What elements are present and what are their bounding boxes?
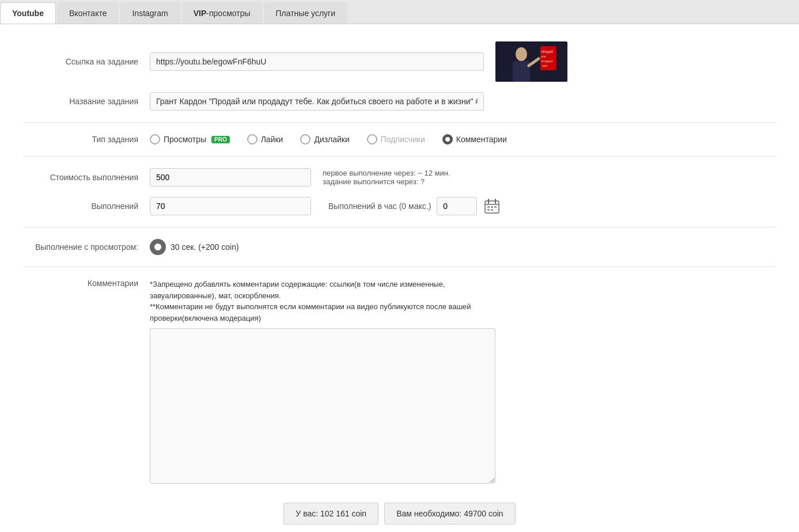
comments-section: Комментарии *Запрещено добавлять коммент… [23,279,776,485]
task-type-group: Просмотры PRO Лайки Дизлайки Подписчики [150,134,507,145]
radio-subscribers-circle [367,134,377,145]
executions-row: Выполнений Выполнений в час (0 макс.) [23,197,776,215]
balance-badge: У вас: 102 161 coin [283,503,378,525]
main-content: Ссылка на задание ПРОДАЙ ИЛИ ПРОДАДУТ ТЕ… [0,24,799,532]
thumbnail-svg: ПРОДАЙ ИЛИ ПРОДАДУТ ТЕБЕ [495,41,567,82]
name-label: Название задания [23,97,150,106]
radio-dislikes-label: Дизлайки [314,135,349,144]
tab-vip-label: VIP-просмотры [194,9,251,18]
comments-warning-1: *Запрещено добавлять комментарии содержа… [150,280,445,300]
svg-point-1 [516,47,527,61]
radio-likes-circle [247,134,258,145]
cost-label: Стоимость выполнения [23,173,150,182]
tab-vip[interactable]: VIP-просмотры [181,2,263,24]
link-label: Ссылка на задание [23,57,150,66]
radio-likes-label: Лайки [261,135,283,144]
link-input[interactable] [150,52,484,71]
radio-views-label: Просмотры [164,135,206,144]
needed-badge: Вам необходимо: 49700 coin [384,503,516,525]
comments-row: Комментарии *Запрещено добавлять коммент… [23,279,776,485]
per-hour-label: Выполнений в час (0 макс.) [328,202,431,211]
svg-rect-16 [487,209,490,211]
radio-dislikes[interactable]: Дизлайки [300,134,349,145]
divider-2 [23,156,776,157]
tab-bar: Youtube Вконтакте Instagram VIP-просмотр… [0,0,799,24]
divider-4 [23,267,776,267]
per-hour-input[interactable] [437,197,477,215]
calendar-svg [484,198,500,214]
cost-hint-line1: первое выполнение через: ~ 12 мин. [323,169,450,177]
comments-warning-2: **Комментарии не будут выполнятся если к… [150,302,471,322]
cost-row: Стоимость выполнения первое выполнение ч… [23,168,776,187]
per-hour-section: Выполнений в час (0 макс.) [328,197,501,215]
radio-comments-label: Комментарии [456,135,507,144]
view-time-row: Выполнение с просмотром: 30 сек. (+200 c… [23,239,776,255]
comments-label: Комментарии [23,279,150,288]
svg-text:ИЛИ: ИЛИ [541,55,546,58]
svg-text:ПРОДАДУТ: ПРОДАДУТ [541,60,554,63]
tab-paid[interactable]: Платные услуги [264,2,348,24]
tab-vkontakte-label: Вконтакте [69,9,107,18]
svg-rect-17 [491,209,493,211]
name-input[interactable] [150,92,484,111]
svg-rect-2 [513,61,530,82]
radio-likes[interactable]: Лайки [247,134,283,145]
radio-views-circle [150,134,160,145]
footer-bar: У вас: 102 161 coin Вам необходимо: 4970… [23,491,776,532]
radio-views[interactable]: Просмотры PRO [150,134,230,145]
tab-youtube[interactable]: Youtube [0,2,56,24]
view-time-text: 30 сек. (+200 coin) [171,242,239,252]
tab-paid-label: Платные услуги [276,9,336,18]
pro-badge: PRO [211,136,230,143]
link-row: Ссылка на задание ПРОДАЙ ИЛИ ПРОДАДУТ ТЕ… [23,41,776,82]
tab-youtube-label: Youtube [12,9,44,18]
radio-comments-circle [442,134,453,145]
thumbnail-inner: ПРОДАЙ ИЛИ ПРОДАДУТ ТЕБЕ [495,41,567,82]
video-thumbnail: ПРОДАЙ ИЛИ ПРОДАДУТ ТЕБЕ [495,41,567,82]
radio-comments-inner [445,137,450,142]
comments-content: *Запрещено добавлять комментарии содержа… [150,279,495,485]
radio-dislikes-circle [300,134,310,145]
tab-instagram-label: Instagram [132,9,168,18]
name-row: Название задания [23,92,776,111]
divider-1 [23,122,776,123]
svg-rect-15 [494,206,497,208]
cost-hint-line2: задание выполнится через: ? [323,177,450,186]
radio-subscribers-label: Подписчики [381,135,425,144]
divider-3 [23,227,776,227]
radio-subscribers[interactable]: Подписчики [367,134,425,145]
cost-hint: первое выполнение через: ~ 12 мин. задан… [323,169,450,186]
tab-instagram[interactable]: Instagram [120,2,180,24]
view-time-label: Выполнение с просмотром: [23,242,150,252]
svg-rect-0 [495,41,567,82]
cost-input[interactable] [150,168,311,187]
executions-label: Выполнений [23,202,150,211]
radio-comments[interactable]: Комментарии [442,134,507,145]
comments-textarea[interactable] [150,328,495,484]
executions-input[interactable] [150,197,311,215]
svg-text:ТЕБЕ: ТЕБЕ [541,64,548,67]
comments-warning: *Запрещено добавлять комментарии содержа… [150,279,495,324]
svg-text:ПРОДАЙ: ПРОДАЙ [541,50,553,54]
svg-rect-14 [491,206,493,208]
toggle-inner [154,244,161,250]
task-type-row: Тип задания Просмотры PRO Лайки Дизлайки… [23,134,776,145]
calendar-icon[interactable] [483,197,501,215]
task-type-label: Тип задания [23,135,150,144]
svg-rect-13 [487,206,490,208]
tab-vkontakte[interactable]: Вконтакте [57,2,119,24]
view-time-toggle[interactable] [150,239,166,255]
